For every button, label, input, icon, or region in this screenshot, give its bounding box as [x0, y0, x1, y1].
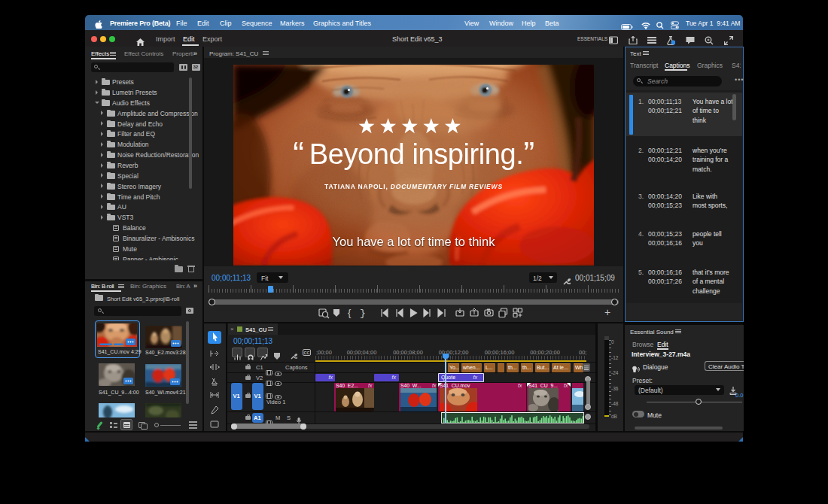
- svg-text:{: {: [348, 307, 352, 318]
- svg-text:}: }: [360, 308, 366, 319]
